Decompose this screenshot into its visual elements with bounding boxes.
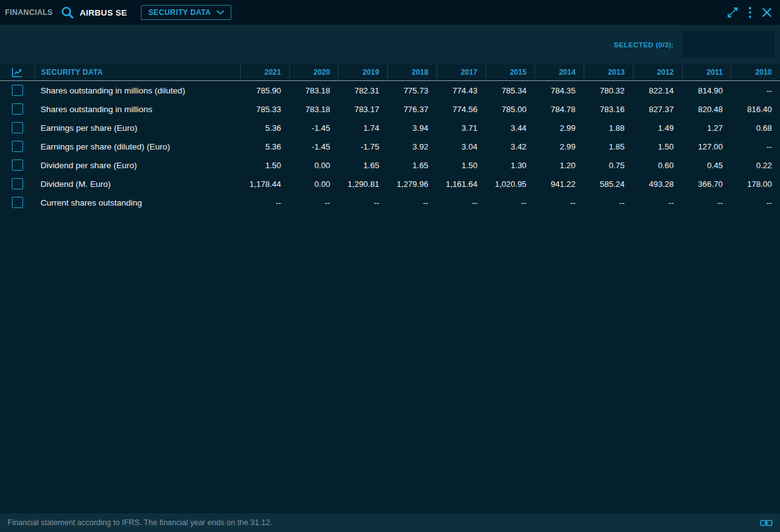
title-bar: FINANCIALS AIRBUS SE SECURITY DATA [0,0,780,25]
value-cell: 2.99 [534,137,584,156]
value-cell: 1,290.81 [338,174,387,193]
value-cell: 1.30 [486,156,535,174]
year-header-2021: 2021 [240,64,289,80]
year-header-2019: 2019 [338,64,387,80]
value-cell: 816.40 [731,100,780,118]
row-checkbox[interactable] [12,159,23,171]
security-name: AIRBUS SE [80,8,127,17]
checkbox-cell [0,100,34,118]
value-cell: 1.74 [338,118,387,137]
value-cell: -1.45 [289,118,339,137]
row-label: Dividend (M. Euro) [34,174,240,193]
value-cell: 1,161.64 [436,174,486,193]
value-cell: 1.49 [633,118,682,137]
value-cell: 785.33 [240,100,289,118]
value-cell: -- [486,193,535,212]
value-cell: -- [731,137,780,156]
row-checkbox[interactable] [12,122,23,133]
checkbox-cell [0,81,34,100]
expand-icon [726,6,739,19]
row-checkbox[interactable] [12,178,23,189]
footer-bar: Financial statement according to IFRS. T… [0,513,780,532]
value-cell: -- [633,193,682,212]
checkbox-cell [0,193,34,212]
search-button[interactable] [60,6,75,20]
value-cell: 1,178.44 [240,174,289,193]
checkbox-cell [0,174,34,193]
table-body: Shares outstanding in millions (diluted)… [0,81,780,212]
chart-column-header [0,64,34,80]
value-cell: 2.99 [534,118,584,137]
value-cell: 0.22 [731,156,780,174]
value-cell: 5.36 [240,137,289,156]
value-cell: 0.00 [289,156,339,174]
table-row: Earnings per share (diluted) (Euro)5.36-… [0,137,780,156]
chevron-down-icon [216,10,224,15]
value-cell: 3.42 [486,137,535,156]
value-cell: -- [387,193,436,212]
value-cell: -1.45 [289,137,339,156]
value-cell: 0.75 [584,156,633,174]
value-cell: 783.16 [584,100,633,118]
year-header-2012: 2012 [633,64,682,80]
app-title: FINANCIALS [5,8,53,17]
row-checkbox[interactable] [12,141,23,152]
row-label: Shares outstanding in millions [34,100,240,118]
row-checkbox[interactable] [12,85,23,96]
year-header-2015: 2015 [486,64,535,80]
value-cell: 827.37 [633,100,682,118]
value-cell: -- [731,81,780,100]
year-header-2013: 2013 [584,64,633,80]
value-cell: -- [682,193,731,212]
financials-window: FINANCIALS AIRBUS SE SECURITY DATA [0,0,780,532]
content-filler [0,212,780,513]
search-icon [60,6,75,20]
checkbox-cell [0,118,34,137]
close-button[interactable] [761,7,773,18]
value-cell: 784.78 [534,100,584,118]
value-cell: 783.18 [289,81,339,100]
value-cell: 783.18 [289,100,339,118]
checkbox-cell [0,156,34,174]
value-cell: -- [289,193,339,212]
link-button[interactable] [760,519,773,527]
table-row: Shares outstanding in millions (diluted)… [0,81,780,100]
value-cell: 3.04 [436,137,486,156]
kebab-menu-icon [748,6,752,19]
dataset-dropdown[interactable]: SECURITY DATA [141,5,232,20]
year-header-2010: 2010 [731,64,780,80]
year-header-2017: 2017 [436,64,486,80]
expand-button[interactable] [726,6,739,19]
row-label: Shares outstanding in millions (diluted) [34,81,240,100]
value-cell: -- [584,193,633,212]
value-cell: 493.28 [633,174,682,193]
row-checkbox[interactable] [12,103,23,115]
value-cell: -- [338,193,387,212]
value-cell: 1.85 [584,137,633,156]
value-cell: 784.35 [534,81,584,100]
value-cell: 3.92 [387,137,436,156]
row-label: Dividend per share (Euro) [34,156,240,174]
value-cell: 785.00 [486,100,535,118]
row-label: Current shares outstanding [34,193,240,212]
value-cell: 1.50 [633,137,682,156]
value-cell: 366.70 [682,174,731,193]
value-cell: 775.73 [387,81,436,100]
value-cell: 1.50 [436,156,486,174]
menu-button[interactable] [748,6,752,19]
value-cell: 1.65 [338,156,387,174]
value-cell: 1.88 [584,118,633,137]
table-row: Shares outstanding in millions785.33783.… [0,100,780,118]
value-cell: -- [436,193,486,212]
table-header-row: SECURITY DATA 20212020201920182017201520… [0,64,780,81]
value-cell: 0.00 [289,174,339,193]
value-cell: -- [534,193,584,212]
dataset-dropdown-label: SECURITY DATA [148,8,211,17]
value-cell: 585.24 [584,174,633,193]
value-cell: 178.00 [731,174,780,193]
row-checkbox[interactable] [12,197,23,208]
table-row: Current shares outstanding--------------… [0,193,780,212]
row-label: Earnings per share (Euro) [34,118,240,137]
row-label: Earnings per share (diluted) (Euro) [34,137,240,156]
value-cell: 0.68 [731,118,780,137]
